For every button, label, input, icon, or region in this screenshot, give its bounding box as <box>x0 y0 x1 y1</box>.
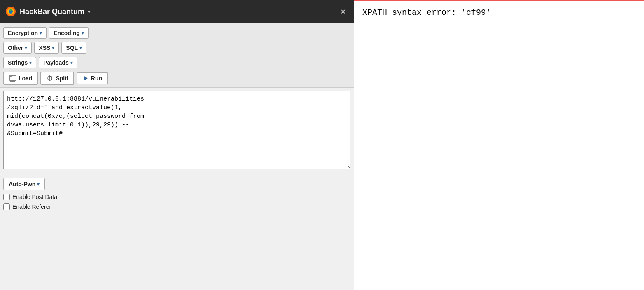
run-button[interactable]: Run <box>77 72 108 84</box>
encoding-label: Encoding <box>54 30 80 36</box>
title-dropdown-arrow[interactable]: ▾ <box>88 9 91 15</box>
url-area <box>0 88 354 174</box>
bottom-section: Auto-Pwn ▾ Enable Post Data Enable Refer… <box>0 174 354 214</box>
strings-arrow: ▾ <box>29 60 32 65</box>
toolbar: Encryption ▾ Encoding ▾ Other ▾ XSS ▾ SQ… <box>0 23 354 88</box>
auto-pwn-label: Auto-Pwn <box>9 181 35 187</box>
auto-pwn-button[interactable]: Auto-Pwn ▾ <box>3 178 45 190</box>
strings-button[interactable]: Strings ▾ <box>3 57 36 68</box>
enable-post-label[interactable]: Enable Post Data <box>12 194 57 200</box>
firefox-icon <box>5 6 16 17</box>
toolbar-row-1: Encryption ▾ Encoding ▾ <box>3 27 350 39</box>
payloads-button[interactable]: Payloads ▾ <box>39 57 77 68</box>
encoding-button[interactable]: Encoding ▾ <box>49 27 89 39</box>
encoding-arrow: ▾ <box>82 30 84 36</box>
encryption-arrow: ▾ <box>40 30 42 36</box>
auto-pwn-arrow: ▾ <box>37 182 40 187</box>
split-button[interactable]: Split <box>40 72 74 85</box>
xss-button[interactable]: XSS ▾ <box>34 42 59 54</box>
payloads-label: Payloads <box>43 59 68 66</box>
load-label: Load <box>19 75 32 82</box>
load-icon <box>9 75 16 82</box>
xss-arrow: ▾ <box>52 45 54 51</box>
other-label: Other <box>8 44 23 51</box>
toolbar-row-3: Strings ▾ Payloads ▾ <box>3 57 350 68</box>
split-icon <box>46 75 54 82</box>
strings-label: Strings <box>8 59 28 66</box>
enable-post-checkbox[interactable] <box>3 194 10 200</box>
payloads-arrow: ▾ <box>70 60 73 65</box>
sql-label: SQL <box>66 44 78 51</box>
svg-rect-4 <box>9 75 12 77</box>
app-title: HackBar Quantum <box>20 7 84 16</box>
encryption-label: Encryption <box>8 30 38 36</box>
close-button[interactable]: × <box>337 6 349 17</box>
enable-referer-label[interactable]: Enable Referer <box>12 203 51 210</box>
right-panel: XPATH syntax error: 'cf99' <box>354 0 644 290</box>
sql-button[interactable]: SQL ▾ <box>61 42 86 54</box>
xss-label: XSS <box>39 44 50 51</box>
run-icon <box>82 75 89 82</box>
other-button[interactable]: Other ▾ <box>3 42 32 54</box>
enable-post-row: Enable Post Data <box>3 194 350 200</box>
sql-arrow: ▾ <box>79 45 82 51</box>
url-input[interactable] <box>3 91 350 169</box>
toolbar-row-2: Other ▾ XSS ▾ SQL ▾ <box>3 42 350 54</box>
toolbar-row-actions: Load Split Run <box>3 72 350 85</box>
encryption-button[interactable]: Encryption ▾ <box>3 27 47 39</box>
load-button[interactable]: Load <box>3 72 38 85</box>
enable-referer-row: Enable Referer <box>3 203 350 210</box>
xpath-error-text: XPATH syntax error: 'cf99' <box>362 8 491 17</box>
title-bar: HackBar Quantum ▾ × <box>0 0 354 23</box>
enable-referer-checkbox[interactable] <box>3 203 10 210</box>
run-label: Run <box>91 75 102 82</box>
other-arrow: ▾ <box>25 45 27 51</box>
split-label: Split <box>56 75 68 82</box>
hackbar-panel: HackBar Quantum ▾ × Encryption ▾ Encodin… <box>0 0 354 290</box>
title-left: HackBar Quantum ▾ <box>5 6 91 17</box>
